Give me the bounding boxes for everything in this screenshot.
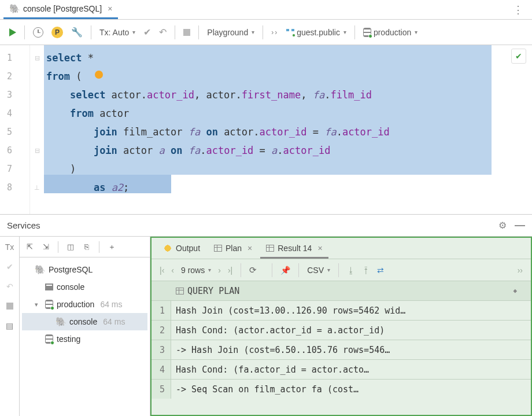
playground-dropdown[interactable]: Playground▾ [204, 24, 258, 41]
separator [198, 25, 199, 39]
line-number: 3 [0, 86, 29, 104]
compare-button[interactable]: ⇄ [375, 266, 386, 275]
tree-row-console[interactable]: 🐘console64 ms [22, 313, 147, 330]
postgresql-icon: 🐘 [35, 264, 45, 275]
tx-label-button[interactable]: Tx [4, 241, 16, 253]
code-line[interactable]: select actor.actor_id, actor.first_name,… [46, 86, 527, 104]
console-tab[interactable]: 🐘 console [PostgreSQL] × [3, 0, 118, 19]
grid-icon [214, 245, 222, 252]
stop-button[interactable] [180, 24, 194, 41]
more-vertical-icon[interactable]: ⋮ [508, 3, 529, 16]
rollback-button[interactable]: ↶ [4, 281, 16, 292]
result-column-header[interactable]: QUERY PLAN ◆ [152, 281, 531, 300]
sort-icon[interactable]: ◆ [513, 287, 517, 294]
collapse-all-button[interactable]: ⇲ [39, 241, 52, 253]
code-line[interactable]: join actor a on fa.actor_id = a.actor_id [46, 141, 527, 160]
tree-row-production[interactable]: ▾production64 ms [22, 296, 147, 313]
postgresql-icon: 🐘 [9, 3, 20, 14]
fold-end-marker: ⊥ [30, 178, 44, 197]
rows-dropdown[interactable]: 9 rows▾ [179, 266, 213, 275]
close-icon[interactable]: × [317, 244, 322, 253]
more-button[interactable]: ›› [268, 24, 282, 41]
tx-mode-dropdown[interactable]: Tx: Auto▾ [96, 24, 139, 41]
export-format-dropdown[interactable]: CSV▾ [305, 266, 332, 275]
gear-icon[interactable]: ⚙ [498, 220, 507, 231]
rollback-button[interactable]: ↶ [156, 24, 170, 41]
dialect-button[interactable]: P [48, 24, 66, 41]
pin-button[interactable]: 📌 [278, 266, 293, 275]
check-icon: ✔ [143, 27, 151, 38]
group-button[interactable]: ◫ [64, 241, 77, 253]
code-line[interactable]: from ( [46, 67, 527, 86]
close-icon[interactable]: × [247, 244, 252, 253]
settings-button[interactable]: 🔧 [68, 24, 86, 41]
tree-row-postgresql[interactable]: 🐘PostgreSQL [22, 261, 147, 278]
add-button[interactable]: ＋ [105, 241, 118, 253]
prev-page-button[interactable]: ‹ [169, 266, 176, 275]
commit-button[interactable]: ✔ [4, 261, 16, 273]
output-icon [163, 244, 172, 253]
clock-icon [33, 27, 43, 38]
chevron-down-icon: ▾ [252, 29, 254, 35]
pin-icon: 📌 [280, 266, 290, 275]
code-line[interactable]: select * [46, 49, 527, 67]
plan-tab[interactable]: Plan× [208, 238, 258, 259]
upload-button[interactable]: ⭱ [360, 266, 372, 275]
query-plan-cell[interactable]: Hash Cond: (fa.actor_id = actor.acto… [171, 365, 531, 375]
line-number: 6 [0, 141, 29, 160]
query-plan-cell[interactable]: -> Seq Scan on film_actor fa (cost… [171, 384, 531, 395]
fold-marker[interactable]: ⊟ [30, 141, 44, 160]
wrench-icon: 🔧 [71, 27, 83, 38]
result-row[interactable]: 2 Hash Cond: (actor.actor_id = a.actor_i… [152, 320, 531, 340]
fold-marker[interactable]: ⊟ [30, 49, 44, 67]
code-line[interactable]: from actor [46, 104, 527, 123]
layout-button[interactable]: ▤ [4, 320, 16, 332]
schema-dropdown[interactable]: guest.public▾ [283, 24, 350, 41]
code-line[interactable]: as a2; [46, 178, 527, 197]
row-number: 5 [152, 380, 171, 399]
refresh-button[interactable]: ⟳ [247, 265, 259, 275]
separator [298, 263, 299, 277]
last-page-button[interactable]: ›| [226, 266, 235, 275]
expand-all-button[interactable]: ⇱ [23, 241, 36, 253]
code-area[interactable]: select *from ( select actor.actor_id, ac… [44, 45, 532, 214]
query-plan-cell[interactable]: -> Hash Join (cost=6.50..105.76 rows=546… [171, 345, 531, 355]
query-plan-cell[interactable]: Hash Join (cost=13.00..126.90 rows=5462 … [171, 305, 531, 316]
database-icon [45, 300, 53, 309]
output-tab[interactable]: Output [157, 238, 206, 259]
result-row[interactable]: 3 -> Hash Join (cost=6.50..105.76 rows=5… [152, 340, 531, 359]
more-button[interactable]: ›› [515, 266, 525, 275]
history-button[interactable] [29, 24, 47, 41]
datasource-dropdown[interactable]: production▾ [360, 24, 421, 41]
close-icon[interactable]: × [108, 4, 112, 13]
result-row[interactable]: 5 -> Seq Scan on film_actor fa (cost… [152, 379, 531, 399]
filter-button[interactable]: ⎘ [80, 241, 93, 253]
stop-button[interactable] [4, 300, 16, 312]
tree-row-console[interactable]: console [22, 278, 147, 296]
download-button[interactable]: ⭳ [345, 266, 357, 275]
analysis-status-ok[interactable]: ✔ [511, 49, 526, 64]
tree-toolbar: ⇱ ⇲ ◫ ⎘ ＋ [20, 237, 150, 257]
result-row[interactable]: 1Hash Join (cost=13.00..126.90 rows=5462… [152, 300, 531, 320]
services-title: Services [7, 220, 40, 230]
commit-button[interactable]: ✔ [140, 24, 154, 41]
code-line[interactable]: ) [46, 160, 527, 178]
separator [338, 263, 339, 277]
database-icon [45, 334, 53, 344]
code-line[interactable]: join film_actor fa on actor.actor_id = f… [46, 123, 527, 141]
result-row[interactable]: 4 Hash Cond: (fa.actor_id = actor.acto… [152, 359, 531, 379]
run-button[interactable] [6, 24, 20, 41]
tree-label: production [57, 300, 94, 309]
result-rows: 1Hash Join (cost=13.00..126.90 rows=5462… [152, 300, 531, 399]
first-page-button[interactable]: |‹ [157, 266, 167, 275]
play-icon [9, 28, 16, 36]
sql-editor[interactable]: 12345678 ⊟ ⊟ ⊥ select *from ( select act… [0, 45, 532, 214]
result-tab[interactable]: Result 14× [260, 238, 328, 259]
results-area: Output Plan× Result 14× |‹ ‹ 9 rows▾ › ›… [150, 237, 532, 416]
query-plan-cell[interactable]: Hash Cond: (actor.actor_id = a.actor_id) [171, 325, 531, 336]
next-page-button[interactable]: › [216, 266, 223, 275]
hide-icon[interactable]: — [515, 219, 525, 231]
chevron-down-icon: ▾ [343, 29, 346, 35]
tree-row-testing[interactable]: testing [22, 330, 147, 348]
services-action-column: Tx ✔ ↶ ▤ [0, 237, 20, 416]
